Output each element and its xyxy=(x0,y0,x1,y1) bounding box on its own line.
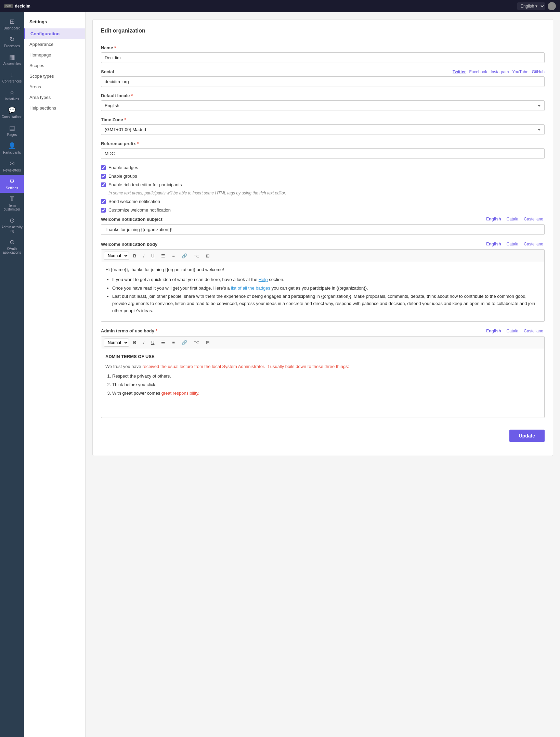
social-link-twitter[interactable]: Twitter xyxy=(453,69,466,74)
admin-underline-button[interactable]: U xyxy=(148,339,157,346)
name-input[interactable] xyxy=(101,52,545,63)
ordered-list-button[interactable]: ≡ xyxy=(169,252,178,260)
admin-link-button[interactable]: 🔗 xyxy=(179,339,190,346)
social-label: Social xyxy=(101,69,114,74)
admin-terms-lang-ca[interactable]: Català xyxy=(505,328,520,334)
enable-rich-text-label[interactable]: Enable rich text editor for participants xyxy=(108,182,182,187)
welcome-body-editor: Normal B I U ☰ ≡ 🔗 ⌥ ⊞ Hi {{name}}, than… xyxy=(101,249,545,322)
enable-badges-checkbox[interactable] xyxy=(101,165,106,170)
sub-sidebar-item-appearance[interactable]: Appearance xyxy=(24,39,85,50)
admin-terms-lang-tabs: English Català Castellano xyxy=(485,328,545,334)
badges-link[interactable]: list of all the badges xyxy=(231,285,270,291)
sidebar-item-consultations[interactable]: 💬 Consultations xyxy=(0,104,24,122)
update-button[interactable]: Update xyxy=(509,430,545,442)
reference-prefix-label: Reference prefix * xyxy=(101,141,545,146)
enable-groups-checkbox[interactable] xyxy=(101,174,106,179)
customize-welcome-checkbox[interactable] xyxy=(101,208,106,213)
admin-unordered-list-button[interactable]: ☰ xyxy=(158,339,168,346)
sub-sidebar-item-area-types[interactable]: Area types xyxy=(24,92,85,103)
sub-sidebar-item-help-sections[interactable]: Help sections xyxy=(24,103,85,113)
code-button[interactable]: ⌥ xyxy=(191,252,202,260)
sidebar-label-dashboard: Dashboard xyxy=(4,26,21,30)
enable-groups-label[interactable]: Enable groups xyxy=(108,174,137,179)
admin-terms-content[interactable]: ADMIN TERMS OF USE We trust you have rec… xyxy=(101,349,544,418)
welcome-body-content[interactable]: Hi {{name}}, thanks for joining {{organi… xyxy=(101,262,544,321)
reference-prefix-input[interactable] xyxy=(101,148,545,159)
admin-italic-button[interactable]: I xyxy=(140,339,147,346)
newsletters-icon: ✉ xyxy=(10,160,15,167)
link-button[interactable]: 🔗 xyxy=(179,252,190,260)
sidebar-item-term-customizer[interactable]: T Term customizer xyxy=(0,193,24,214)
welcome-subject-input[interactable] xyxy=(101,224,545,235)
form-actions: Update xyxy=(101,424,545,447)
welcome-body-lang-es[interactable]: Castellano xyxy=(522,241,545,247)
welcome-body-lang-en[interactable]: English xyxy=(485,241,502,247)
sidebar-item-newsletters[interactable]: ✉ Newsletters xyxy=(0,157,24,175)
settings-icon: ⚙ xyxy=(9,178,15,185)
initiatives-icon: ☆ xyxy=(9,89,15,96)
admin-terms-lang-es[interactable]: Castellano xyxy=(522,328,545,334)
reference-prefix-group: Reference prefix * xyxy=(101,141,545,159)
welcome-body-format-select[interactable]: Normal xyxy=(104,252,129,260)
sidebar-label-consultations: Consultations xyxy=(2,115,23,119)
sidebar-item-conferences[interactable]: ↓ Conferences xyxy=(0,68,24,86)
sidebar-item-assemblies[interactable]: ▦ Assemblies xyxy=(0,51,24,68)
welcome-subject-lang-en[interactable]: English xyxy=(485,216,502,222)
welcome-body-label: Welcome notification body xyxy=(101,242,157,247)
sidebar-item-pages[interactable]: ▤ Pages xyxy=(0,122,24,139)
help-link[interactable]: Help xyxy=(259,277,268,282)
sub-sidebar-item-areas[interactable]: Areas xyxy=(24,81,85,92)
social-link-youtube[interactable]: YouTube xyxy=(512,69,528,74)
card-title: Edit organization xyxy=(101,28,545,38)
pages-icon: ▤ xyxy=(9,124,15,132)
welcome-subject-lang-ca[interactable]: Català xyxy=(505,216,520,222)
enable-rich-text-checkbox[interactable] xyxy=(101,182,106,187)
sub-sidebar-item-scope-types[interactable]: Scope types xyxy=(24,71,85,81)
beta-badge: beta xyxy=(4,4,13,8)
enable-badges-label[interactable]: Enable badges xyxy=(108,165,138,170)
social-link-facebook[interactable]: Facebook xyxy=(469,69,487,74)
admin-table-button[interactable]: ⊞ xyxy=(203,339,212,346)
sidebar-item-participants[interactable]: 👤 Participants xyxy=(0,139,24,157)
enable-groups-group: Enable groups xyxy=(101,174,545,179)
admin-code-button[interactable]: ⌥ xyxy=(191,339,202,346)
sidebar-item-oauth[interactable]: ⊙ OAuth applications xyxy=(0,236,24,257)
social-input[interactable] xyxy=(101,76,545,87)
admin-ordered-list-button[interactable]: ≡ xyxy=(169,339,178,346)
brand-label: decidim xyxy=(15,4,30,9)
send-welcome-checkbox[interactable] xyxy=(101,199,106,204)
customize-welcome-label[interactable]: Customize welcome notification xyxy=(108,207,171,213)
italic-button[interactable]: I xyxy=(140,252,147,260)
admin-bold-button[interactable]: B xyxy=(130,339,139,346)
default-locale-select[interactable]: English xyxy=(101,100,545,111)
sub-sidebar-item-configuration[interactable]: Configuration xyxy=(24,28,85,39)
name-group: Name * xyxy=(101,45,545,63)
participants-icon: 👤 xyxy=(8,142,16,150)
welcome-subject-lang-es[interactable]: Castellano xyxy=(522,216,545,222)
sidebar-item-dashboard[interactable]: ⊞ Dashboard xyxy=(0,15,24,33)
language-selector[interactable]: English ▾ xyxy=(517,2,545,10)
social-link-github[interactable]: GitHub xyxy=(532,69,545,74)
sub-sidebar: Settings Configuration Appearance Homepa… xyxy=(24,12,86,737)
sidebar-item-processes[interactable]: ↻ Processes xyxy=(0,33,24,51)
admin-terms-lang-en[interactable]: English xyxy=(485,328,502,334)
topbar-logo: beta decidim xyxy=(4,4,30,9)
timezone-select[interactable]: (GMT+01:00) Madrid xyxy=(101,124,545,135)
welcome-body-bullet3: Last but not least, join other people, s… xyxy=(112,293,540,314)
consultations-icon: 💬 xyxy=(8,106,16,114)
sidebar-item-initiatives[interactable]: ☆ Initiatives xyxy=(0,86,24,104)
underline-button[interactable]: U xyxy=(148,252,157,260)
sub-sidebar-item-scopes[interactable]: Scopes xyxy=(24,60,85,71)
unordered-list-button[interactable]: ☰ xyxy=(158,252,168,260)
default-locale-label: Default locale * xyxy=(101,93,545,98)
admin-terms-format-select[interactable]: Normal xyxy=(104,339,129,347)
sidebar-item-admin-activity-log[interactable]: ⊙ Admin activity log xyxy=(0,214,24,236)
edit-organization-card: Edit organization Name * Social Twitter … xyxy=(92,19,553,456)
sidebar-item-settings[interactable]: ⚙ Settings xyxy=(0,175,24,193)
welcome-body-lang-ca[interactable]: Català xyxy=(505,241,520,247)
sub-sidebar-item-homepage[interactable]: Homepage xyxy=(24,50,85,60)
social-link-instagram[interactable]: Instagram xyxy=(491,69,509,74)
bold-button[interactable]: B xyxy=(130,252,139,260)
table-button[interactable]: ⊞ xyxy=(203,252,212,260)
send-welcome-label[interactable]: Send welcome notification xyxy=(108,199,160,204)
